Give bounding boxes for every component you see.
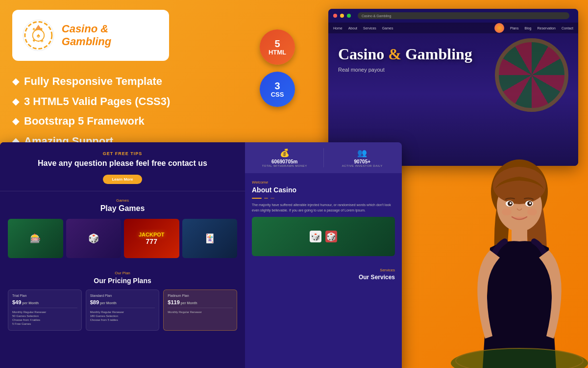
main-container: ♠ ♦ ♥ ♣ ♠ Casino & Gambling ◆Fully Respo… <box>0 0 588 368</box>
svg-text:♠: ♠ <box>37 32 40 39</box>
stats-bar: 💰 60690705m TOTAL WITHDRAWN MONEY 👥 9070… <box>245 142 402 173</box>
nav-blog: Blog <box>525 26 532 30</box>
game-card-chips[interactable]: 🎲 <box>66 219 122 258</box>
standard-name: Standard Plan <box>90 294 155 297</box>
casino-nav: Home About Services Games Plans Blog Res… <box>328 23 578 33</box>
game-card-slots[interactable]: 🎰 <box>8 219 63 258</box>
tips-label: GET FREE TIPS <box>10 151 235 156</box>
nav-plans: Plans <box>510 26 519 30</box>
pricing-section: Our Plan Our Pricing Plans Trial Plan $4… <box>0 265 245 337</box>
svg-point-12 <box>493 167 546 204</box>
svg-point-19 <box>502 209 512 215</box>
feature-item: ◆Fully Responsive Template <box>12 75 191 89</box>
price-card-trial: Trial Plan $49 per Month Monthly Regular… <box>8 289 82 331</box>
dealer-overlay <box>451 152 588 368</box>
diamond-icon: ◆ <box>12 116 19 127</box>
svg-point-17 <box>510 202 512 204</box>
stat-withdrawn: 💰 60690705m TOTAL WITHDRAWN MONEY <box>251 148 318 167</box>
roulette-wheel <box>495 38 568 112</box>
nav-about: About <box>348 26 357 30</box>
badge-container: 5 HTML 3 CSS <box>260 29 295 107</box>
logo-text: Casino & Gambling <box>62 23 159 49</box>
casino-nav-logo <box>494 23 504 33</box>
about-section: Welcome About Casino The majority have s… <box>245 173 402 263</box>
trial-name: Trial Plan <box>12 294 77 297</box>
about-welcome: Welcome <box>252 180 395 184</box>
css3-badge: 3 CSS <box>260 72 295 107</box>
about-heading: About Casino <box>252 186 395 194</box>
about-image: 🎲 🎲 <box>252 217 395 256</box>
price-card-platinum: Platinum Plan $119 per Month Monthly Reg… <box>163 289 237 331</box>
dealer-svg <box>451 152 588 368</box>
diamond-icon: ◆ <box>12 76 19 87</box>
games-grid: 🎰 🎲 JACKPOT 777 🃏 <box>8 219 237 258</box>
nav-reservation: Reservation <box>538 26 556 30</box>
svg-point-20 <box>527 209 537 215</box>
nav-contact: Contact <box>562 26 573 30</box>
price-card-standard: Standard Plan $89 per Month Monthly Regu… <box>86 289 160 331</box>
diamond-icon: ◆ <box>12 96 19 107</box>
game-card-cards[interactable]: 🃏 <box>182 219 238 258</box>
games-label: Games <box>8 198 237 203</box>
tips-heading: Have any question please feel free conta… <box>10 158 235 169</box>
nav-games: Games <box>382 26 393 30</box>
pricing-cards: Trial Plan $49 per Month Monthly Regular… <box>8 289 237 331</box>
feature-item: ◆Bootstrap 5 Framework <box>12 114 191 129</box>
nav-dot-red <box>333 14 337 18</box>
logo-icon: ♠ ♦ ♥ ♣ ♠ <box>22 19 55 52</box>
games-section: Games Play Games 🎰 🎲 JACKPOT 777 <box>0 191 245 265</box>
about-text: The majority have suffered alterable inj… <box>252 203 395 213</box>
logo-box: ♠ ♦ ♥ ♣ ♠ Casino & Gambling <box>12 10 169 61</box>
browser-nav: Casino & Gambling <box>328 9 578 23</box>
nav-dot-green <box>347 14 351 18</box>
tips-section: GET FREE TIPS Have any question please f… <box>0 142 245 191</box>
nav-dot-yellow <box>340 14 344 18</box>
pricing-heading: Our Pricing Plans <box>8 277 237 285</box>
casino-hero: Casino & Gambling Real money payout <box>328 33 578 95</box>
feature-item: ◆3 HTML5 Valid Pages (CSS3) <box>12 95 191 109</box>
learn-more-button[interactable]: Learn More <box>103 175 142 184</box>
services-label: Services <box>252 268 395 272</box>
bottom-right: 💰 60690705m TOTAL WITHDRAWN MONEY 👥 9070… <box>245 142 402 368</box>
games-heading: Play Games <box>8 204 237 213</box>
platinum-name: Platinum Plan <box>168 294 233 297</box>
pricing-label: Our Plan <box>8 271 237 275</box>
services-section: Services Our Services <box>245 263 402 286</box>
html5-badge: 5 HTML <box>260 29 295 65</box>
nav-services: Services <box>363 26 376 30</box>
bottom-left: GET FREE TIPS Have any question please f… <box>0 142 245 368</box>
screenshot-inner: GET FREE TIPS Have any question please f… <box>0 142 402 368</box>
services-heading: Our Services <box>252 274 395 281</box>
bottom-screenshot: GET FREE TIPS Have any question please f… <box>0 142 402 368</box>
game-card-jackpot[interactable]: JACKPOT 777 <box>124 219 179 258</box>
nav-home: Home <box>333 26 343 30</box>
svg-point-21 <box>451 348 588 368</box>
stat-investors: 👥 90705+ ACTIVE INVESTOR DAILY <box>329 148 396 167</box>
svg-point-18 <box>529 202 531 204</box>
